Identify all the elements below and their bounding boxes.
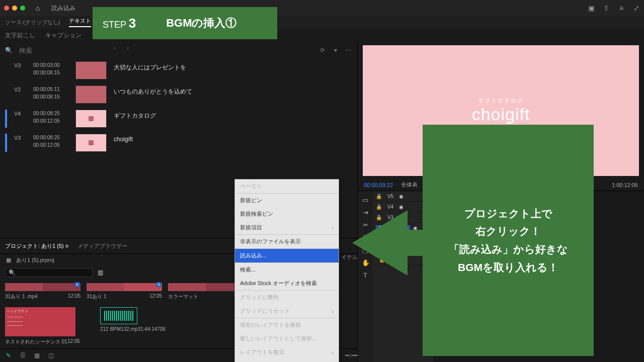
bin-item[interactable]: ≡ 31あり 1 .mp412:05 <box>5 283 80 300</box>
clip-thumb <box>75 134 107 152</box>
timeline-tools: ▭ ⇥ ✂ ✎ ▢ ✋ T <box>358 191 373 362</box>
timeline: ▭ ⇥ ✂ ✎ ▢ ✋ T 🔒V5◉🔒V4◉🔒V3◉A1🔒A1◉🔒A2◉🔒A3◉… <box>358 191 644 362</box>
ripple-tool-icon[interactable]: ⇥ <box>362 209 369 216</box>
items-label: イテム <box>341 253 358 261</box>
step-banner: STEP 3 BGMの挿入① <box>93 7 277 39</box>
window-title: 読み込み <box>51 4 75 13</box>
audio-track-header[interactable]: 🔒A3◉ <box>373 244 433 254</box>
nested-sequence-thumb[interactable]: ヘッドライン________________________ <box>5 307 75 336</box>
context-menu-item[interactable]: 新規ビン <box>235 193 339 207</box>
zoom-slider[interactable]: ━○━━ <box>345 352 352 359</box>
context-menu-item[interactable]: 非表示のファイルを表示 <box>235 234 339 248</box>
home-icon[interactable]: ⌂ <box>34 4 41 12</box>
freeform-icon[interactable]: ◫ <box>47 352 54 359</box>
window-controls[interactable] <box>4 6 25 11</box>
media-browser-tab[interactable]: メディアブラウザー <box>77 242 127 250</box>
timecode-bar: 00:00:09:22 全体表 1:00:12:05 <box>358 179 644 191</box>
track-headers: 🔒V5◉🔒V4◉🔒V3◉A1🔒A1◉🔒A2◉🔒A3◉🔒ミックス <box>373 191 433 362</box>
context-menu-item[interactable]: Adobe Stock オーディオを検索 <box>235 277 339 290</box>
program-monitor: ギフトカタログ choigift <box>363 45 639 176</box>
clip-thumb <box>75 85 107 104</box>
maximize-icon[interactable] <box>20 6 25 11</box>
menu-icon[interactable]: ≡ <box>618 4 625 12</box>
caption-row[interactable]: V4 00:00:08:2500:00:12:05 ギフトカタログ <box>0 107 357 131</box>
context-menu-item: グリッドにリセット› <box>235 304 339 318</box>
caption-row[interactable]: V3 00:00:08:2500:00:12:05 choigift <box>0 131 357 155</box>
context-menu-item: レイアウトを復元› <box>235 345 339 359</box>
bin-item[interactable]: ≡ 31あり 112:05 <box>87 283 162 300</box>
timecode-current[interactable]: 00:00:09:22 <box>364 182 393 188</box>
audio-thumb[interactable] <box>100 307 137 324</box>
more-icon[interactable]: ⋯ <box>345 47 352 54</box>
context-menu-item[interactable]: 新規検索ビン <box>235 207 339 221</box>
bpm-name: 212 BPM132.mp3 <box>100 326 140 332</box>
caption-tab[interactable]: キャプション <box>45 31 82 40</box>
type-tool-icon[interactable]: T <box>362 272 369 279</box>
filter-icon[interactable]: ▾ <box>332 47 339 54</box>
list-icon[interactable]: ☰ <box>19 352 26 359</box>
razor-tool-icon[interactable]: ✂ <box>362 221 369 229</box>
context-menu-item[interactable]: 新規項目› <box>235 221 339 234</box>
hand-tool-icon[interactable]: ✋ <box>362 259 369 266</box>
context-menu-item[interactable]: 検索... <box>235 262 339 277</box>
project-search-input[interactable] <box>5 268 93 277</box>
mix-track[interactable]: 🔒ミックス <box>373 254 433 265</box>
transcribe-tab[interactable]: 文字起こし <box>5 31 35 40</box>
context-menu[interactable]: ペースト新規ビン新規検索ビン新規項目›非表示のファイルを表示読み込み...検索.… <box>234 179 339 362</box>
project-tab[interactable]: プロジェクト: あり1 (5) ≡ <box>5 242 68 250</box>
clip-thumb <box>75 110 107 128</box>
chevron-down-icon[interactable]: ˅ <box>124 47 131 54</box>
refresh-icon[interactable]: ⟳ <box>319 47 326 54</box>
bin-item[interactable]: カラーマット <box>168 283 244 300</box>
minimize-icon[interactable] <box>12 6 17 11</box>
rectangle-tool-icon[interactable]: ▢ <box>362 246 369 254</box>
fit-label[interactable]: 全体表 <box>401 181 418 189</box>
timeline-area[interactable] <box>433 191 644 362</box>
context-menu-item: 保存したレイアウトを管理... <box>235 359 339 362</box>
project-filename: あり1 (5).prproj <box>16 256 54 264</box>
chevron-up-icon[interactable]: ˄ <box>111 47 118 54</box>
timecode-end: 1:00:12:05 <box>612 182 638 188</box>
program-title: choigift <box>472 105 530 124</box>
close-icon[interactable] <box>4 6 9 11</box>
nested-name: ネストされたシーケンス 01 <box>5 338 67 345</box>
video-track-header[interactable]: 🔒V3◉ <box>373 212 433 223</box>
search-bar: 🔍 ˄ ˅ ⟳ ▾ ⋯ <box>0 42 357 58</box>
context-menu-item: ペースト <box>235 179 339 193</box>
context-menu-item: 新しいレイアウトとして保存... <box>235 332 339 345</box>
grid-icon[interactable]: ▦ <box>33 352 40 359</box>
source-label: ソース:(クリップなし) <box>5 19 60 26</box>
step-title: BGMの挿入① <box>166 16 236 31</box>
video-track-header[interactable]: 🔒V4◉ <box>373 202 433 212</box>
text-tab[interactable]: テキスト <box>69 17 91 27</box>
context-menu-item: グリッドに整列 <box>235 290 339 304</box>
share-icon[interactable]: ⇪ <box>603 4 610 12</box>
search-input[interactable] <box>18 46 105 55</box>
pen-tool-icon[interactable]: ✎ <box>362 234 369 241</box>
context-menu-item[interactable]: 読み込み... <box>235 248 339 262</box>
context-menu-item: 現在のレイアウトを保存 <box>235 318 339 332</box>
video-track-header[interactable]: 🔒V5◉ <box>373 191 433 202</box>
selection-tool-icon[interactable]: ▭ <box>362 196 369 204</box>
clip-thumb <box>75 61 107 79</box>
bin-icon[interactable]: ▥ <box>97 269 104 276</box>
project-icon: ▦ <box>5 257 12 263</box>
caption-row[interactable]: V2 00:00:05:1100:00:08:15 いつものありがとうを込めて <box>0 82 357 107</box>
program-subtitle: ギフトカタログ <box>478 97 524 105</box>
caption-row[interactable]: V3 00:00:03:0000:00:08:15 大切な人にはプレゼントを <box>0 58 357 82</box>
fullscreen-icon[interactable]: ⤢ <box>633 4 640 12</box>
search-icon[interactable]: 🔍 <box>5 47 12 54</box>
audio-track-header[interactable]: 🔒A2◉ <box>373 233 433 244</box>
pen-icon[interactable]: ✎ <box>5 352 12 359</box>
a1-patch[interactable]: A1🔒A1◉ <box>373 223 433 233</box>
workspace-icon[interactable]: ▣ <box>588 4 595 12</box>
